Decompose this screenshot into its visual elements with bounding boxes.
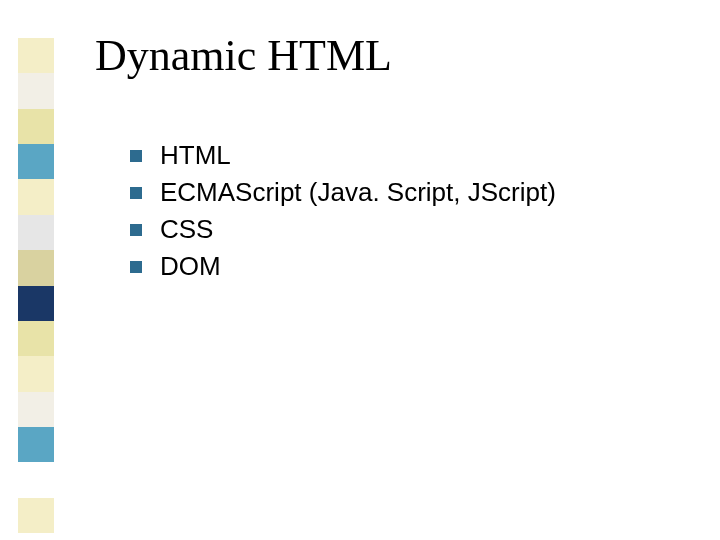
square-bullet-icon — [130, 187, 142, 199]
sidebar-segment — [18, 250, 54, 285]
sidebar-segment — [18, 73, 54, 108]
sidebar-segment — [18, 427, 54, 462]
square-bullet-icon — [130, 224, 142, 236]
sidebar-segment — [18, 144, 54, 179]
list-item: CSS — [130, 214, 556, 245]
sidebar-segment — [18, 356, 54, 391]
list-item-label: HTML — [160, 140, 231, 171]
square-bullet-icon — [130, 150, 142, 162]
sidebar-segment — [18, 321, 54, 356]
decorative-sidebar — [18, 38, 54, 533]
sidebar-segment — [18, 286, 54, 321]
square-bullet-icon — [130, 261, 142, 273]
sidebar-segment — [18, 462, 54, 497]
sidebar-segment — [18, 179, 54, 214]
slide-title: Dynamic HTML — [95, 30, 392, 81]
sidebar-segment — [18, 109, 54, 144]
list-item: HTML — [130, 140, 556, 171]
sidebar-segment — [18, 392, 54, 427]
list-item-label: CSS — [160, 214, 213, 245]
list-item: DOM — [130, 251, 556, 282]
bullet-list: HTML ECMAScript (Java. Script, JScript) … — [130, 140, 556, 288]
list-item: ECMAScript (Java. Script, JScript) — [130, 177, 556, 208]
sidebar-segment — [18, 498, 54, 533]
sidebar-segment — [18, 38, 54, 73]
sidebar-segment — [18, 215, 54, 250]
list-item-label: ECMAScript (Java. Script, JScript) — [160, 177, 556, 208]
list-item-label: DOM — [160, 251, 221, 282]
